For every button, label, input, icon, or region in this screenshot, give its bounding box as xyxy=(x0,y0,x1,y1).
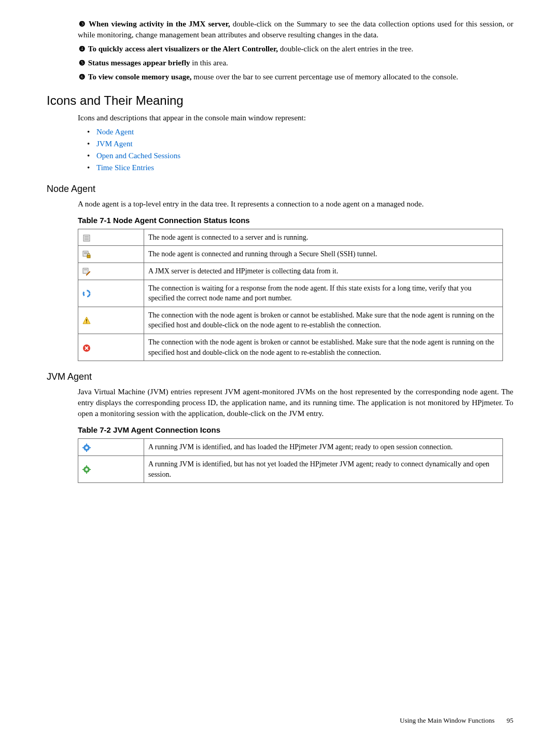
table-7-1-title: Table 7-1 Node Agent Connection Status I… xyxy=(78,215,513,226)
table-row: A running JVM is identified, and has loa… xyxy=(78,439,503,456)
table-row: The node agent is connected to a server … xyxy=(78,229,503,246)
table-7-1: The node agent is connected to a server … xyxy=(78,229,503,361)
lead-3: When viewing activity in the JMX server, xyxy=(89,20,230,28)
svg-point-17 xyxy=(86,447,88,449)
server-icon xyxy=(82,234,91,242)
footer-page-number: 95 xyxy=(507,716,513,724)
marker-5: ❺ xyxy=(78,58,86,68)
table-7-2: A running JVM is identified, and has loa… xyxy=(78,438,503,483)
para-3: ❸ When viewing activity in the JMX serve… xyxy=(78,19,513,40)
icon-desc: A running JVM is identified, and has loa… xyxy=(144,439,503,456)
icon-cell xyxy=(78,263,144,280)
icon-desc: The node agent is connected to a server … xyxy=(144,229,503,246)
marker-3: ❸ xyxy=(78,19,86,30)
icon-cell xyxy=(78,246,144,263)
rest-6: mouse over the bar to see current percen… xyxy=(192,73,458,81)
para-6: ❻ To view console memory usage, mouse ov… xyxy=(78,72,513,82)
node-agent-block: A node agent is a top-level entry in the… xyxy=(78,199,513,210)
svg-point-12 xyxy=(86,322,87,323)
table-row: The connection is waiting for a response… xyxy=(78,280,503,307)
heading-node-agent: Node Agent xyxy=(47,183,513,196)
svg-point-10 xyxy=(83,291,90,297)
svg-point-23 xyxy=(86,468,88,471)
heading-icons-meaning: Icons and Their Meaning xyxy=(47,92,513,109)
lead-5: Status messages appear briefly xyxy=(88,59,190,67)
rest-4: double-click on the alert entries in the… xyxy=(278,45,413,53)
link-open-cached[interactable]: Open and Cached Sessions xyxy=(96,151,180,160)
icon-desc: The node agent is connected and running … xyxy=(144,246,503,263)
jvm-agent-intro: Java Virtual Machine (JVM) entries repre… xyxy=(78,386,513,419)
lead-4: To quickly access alert visualizers or t… xyxy=(88,45,278,53)
jvm-agent-block: Java Virtual Machine (JVM) entries repre… xyxy=(78,386,513,419)
marker-6: ❻ xyxy=(78,72,86,82)
warning-icon xyxy=(82,316,91,325)
icon-cell xyxy=(78,334,144,361)
icons-intro-block: Icons and descriptions that appear in th… xyxy=(78,113,513,173)
icons-intro: Icons and descriptions that appear in th… xyxy=(78,113,513,123)
table-row: A running JVM is identified, but has not… xyxy=(78,455,503,482)
bullet-open-cached[interactable]: Open and Cached Sessions xyxy=(87,150,513,161)
table-row: The connection with the node agent is br… xyxy=(78,334,503,361)
link-jvm-agent[interactable]: JVM Agent xyxy=(96,140,133,148)
rest-5: in this area. xyxy=(190,59,228,67)
error-icon xyxy=(82,344,91,352)
page: ❸ When viewing activity in the JMX serve… xyxy=(0,0,560,746)
bullet-node-agent[interactable]: Node Agent xyxy=(87,127,513,137)
gear-blue-icon xyxy=(82,444,91,452)
link-time-slice[interactable]: Time Slice Entries xyxy=(96,163,154,172)
svg-rect-7 xyxy=(87,255,90,258)
icon-desc: The connection with the node agent is br… xyxy=(144,307,503,334)
bullet-jvm-agent[interactable]: JVM Agent xyxy=(87,139,513,149)
svg-rect-8 xyxy=(83,268,88,273)
icons-bullet-list: Node Agent JVM Agent Open and Cached Ses… xyxy=(87,127,513,173)
bullet-time-slice[interactable]: Time Slice Entries xyxy=(87,162,513,173)
table-row: A JMX server is detected and HPjmeter is… xyxy=(78,263,503,280)
para-5: ❺ Status messages appear briefly in this… xyxy=(78,58,513,68)
footer-text: Using the Main Window Functions xyxy=(400,716,495,724)
link-node-agent[interactable]: Node Agent xyxy=(96,128,134,136)
icon-cell xyxy=(78,280,144,307)
table-7-2-title: Table 7-2 JVM Agent Connection Icons xyxy=(78,424,513,435)
table-row: The connection with the node agent is br… xyxy=(78,307,503,334)
lead-6: To view console memory usage, xyxy=(88,73,192,81)
icon-desc: The connection is waiting for a response… xyxy=(144,280,503,307)
spinner-icon xyxy=(82,289,91,298)
server-lock-icon xyxy=(82,251,91,259)
server-pencil-icon xyxy=(82,268,91,276)
icon-cell xyxy=(78,229,144,246)
heading-jvm-agent: JVM Agent xyxy=(47,370,513,383)
icon-desc: A JMX server is detected and HPjmeter is… xyxy=(144,263,503,280)
icon-cell xyxy=(78,439,144,456)
icon-desc: The connection with the node agent is br… xyxy=(144,334,503,361)
icon-cell xyxy=(78,455,144,482)
icon-desc: A running JVM is identified, but has not… xyxy=(144,455,503,482)
intro-paragraphs: ❸ When viewing activity in the JMX serve… xyxy=(78,19,513,82)
para-4: ❹ To quickly access alert visualizers or… xyxy=(78,44,513,54)
node-agent-intro: A node agent is a top-level entry in the… xyxy=(78,199,513,210)
icon-cell xyxy=(78,307,144,334)
page-footer: Using the Main Window Functions 95 xyxy=(400,716,513,725)
table-row: The node agent is connected and running … xyxy=(78,246,503,263)
gear-green-icon xyxy=(82,465,91,474)
marker-4: ❹ xyxy=(78,44,86,54)
